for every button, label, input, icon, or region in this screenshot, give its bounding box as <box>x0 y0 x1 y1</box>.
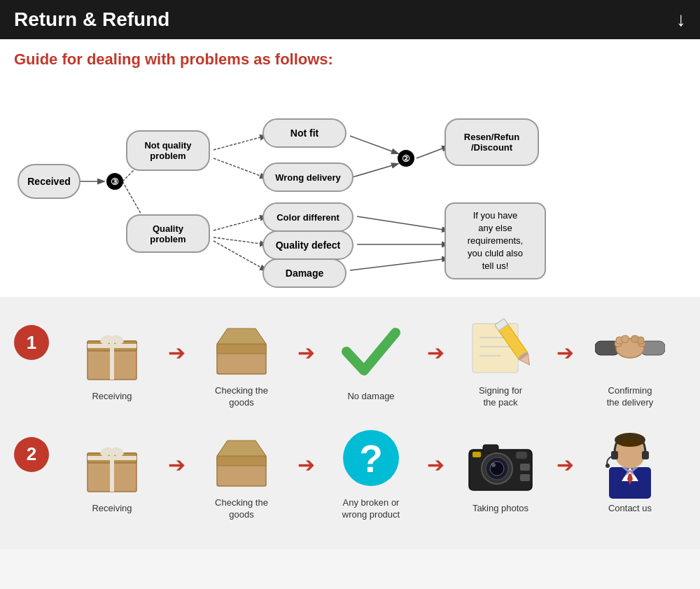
header-bar: Return & Refund ↓ <box>0 0 700 39</box>
pencil-icon <box>462 311 539 381</box>
step-checking-1: Checking thegoods <box>186 311 298 409</box>
step-photos: Taking photos <box>444 429 556 515</box>
step-label: Receiving <box>92 391 132 403</box>
process-row-1: 1 <box>14 311 686 409</box>
svg-rect-42 <box>631 335 638 342</box>
svg-marker-22 <box>217 344 266 354</box>
flowchart: Received ③ Not qualityproblem Qualitypro… <box>14 80 686 283</box>
svg-rect-65 <box>472 452 481 457</box>
wrong-delivery-node: Wrong delivery <box>262 162 354 192</box>
svg-line-6 <box>214 237 266 244</box>
checkmark-icon <box>332 317 410 387</box>
svg-rect-39 <box>622 335 629 342</box>
step-checking-2: Checking thegoods <box>186 423 298 521</box>
arrow-icon: ➔ <box>168 340 186 365</box>
svg-rect-73 <box>611 451 618 459</box>
step-number-1: 1 <box>14 325 49 360</box>
step-label: Contact us <box>608 503 652 515</box>
svg-rect-64 <box>516 452 527 459</box>
step-broken: ? Any broken orwrong product <box>315 423 427 521</box>
svg-line-3 <box>214 136 266 150</box>
step-number-2: 2 <box>14 437 49 472</box>
arrow-icon: ➔ <box>427 452 444 477</box>
box-closed-icon-2 <box>74 429 150 499</box>
svg-point-75 <box>606 464 610 468</box>
svg-line-8 <box>350 136 398 153</box>
received-node: Received <box>18 164 80 199</box>
color-different-node: Color different <box>262 202 354 232</box>
arrow-icon: ➔ <box>298 340 315 365</box>
arrow-icon: ➔ <box>556 452 574 477</box>
svg-line-10 <box>416 146 448 158</box>
step-receiving-1: Receiving <box>56 317 168 403</box>
badge-3: ③ <box>106 173 123 190</box>
svg-point-49 <box>108 448 115 455</box>
arrow-icon: ➔ <box>556 340 574 365</box>
svg-line-5 <box>214 216 266 230</box>
svg-rect-58 <box>483 445 498 453</box>
step-contact: Contact us <box>574 429 686 515</box>
step-items-2: Receiving ➔ Checking thegoods <box>56 423 686 521</box>
svg-marker-54 <box>217 441 266 456</box>
svg-line-4 <box>214 158 266 178</box>
svg-text:?: ? <box>359 437 383 480</box>
box-closed-icon <box>74 317 150 387</box>
step-label: Signing forthe pack <box>479 385 522 409</box>
question-icon: ? <box>332 423 410 493</box>
step-receiving-2: Receiving <box>56 429 168 515</box>
svg-line-9 <box>350 164 398 178</box>
step-label: Taking photos <box>472 503 528 515</box>
step-label: Checking thegoods <box>215 497 268 521</box>
main-container: Return & Refund ↓ Guide for dealing with… <box>0 0 700 549</box>
step-no-damage: No damage <box>315 317 427 403</box>
svg-marker-51 <box>217 456 266 466</box>
step-label: Checking thegoods <box>215 385 268 409</box>
svg-line-7 <box>214 241 266 270</box>
svg-rect-67 <box>520 474 530 481</box>
step-label: Any broken orwrong product <box>342 497 400 521</box>
damage-node: Damage <box>262 258 346 288</box>
box-open-icon <box>203 311 280 381</box>
page-title: Return & Refund <box>14 8 169 31</box>
svg-rect-66 <box>520 464 530 471</box>
svg-point-62 <box>491 463 496 467</box>
guide-title: Guide for dealing with problems as follo… <box>14 50 686 69</box>
not-quality-node: Not qualityproblem <box>126 130 210 171</box>
resen-node: Resen/Refun/Discount <box>444 118 539 166</box>
arrow-icon: ➔ <box>298 452 315 477</box>
svg-rect-74 <box>642 451 649 459</box>
svg-marker-25 <box>217 328 266 344</box>
svg-line-13 <box>350 258 448 270</box>
quality-node: Qualityproblem <box>126 214 210 253</box>
step-signing: Signing forthe pack <box>444 311 556 409</box>
step-confirming: Confirmingthe delivery <box>574 311 686 409</box>
handshake-icon <box>592 311 668 381</box>
process-section: 1 <box>0 297 700 549</box>
quality-defect-node: Quality defect <box>262 230 354 260</box>
step-label: Confirmingthe delivery <box>607 385 653 409</box>
camera-icon <box>462 429 539 499</box>
not-fit-node: Not fit <box>262 118 346 148</box>
arrow-icon: ➔ <box>427 340 444 365</box>
process-row-2: 2 Re <box>14 423 686 521</box>
svg-point-20 <box>108 336 115 343</box>
else-node: If you haveany elserequirements,you clul… <box>444 202 546 279</box>
down-arrow-icon: ↓ <box>676 8 686 31</box>
step-items-1: Receiving ➔ <box>56 311 686 409</box>
badge-2: ② <box>398 150 414 167</box>
svg-line-11 <box>357 216 448 230</box>
box-open-icon-2 <box>203 423 280 493</box>
step-label: Receiving <box>92 503 132 515</box>
step-label: No damage <box>347 391 394 403</box>
guide-section: Guide for dealing with problems as follo… <box>0 39 700 297</box>
person-icon <box>592 429 668 499</box>
arrow-icon: ➔ <box>168 452 186 477</box>
